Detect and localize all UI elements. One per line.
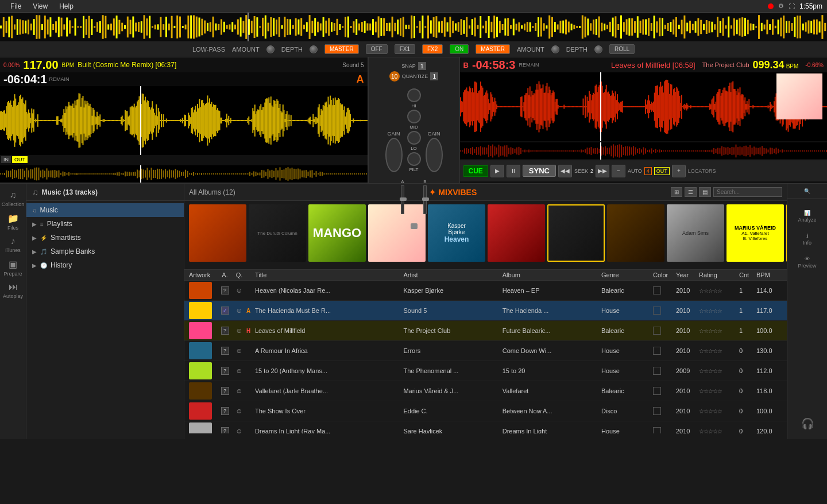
track-color-swatch[interactable]	[653, 387, 661, 395]
depth2-knob[interactable]	[594, 45, 602, 53]
album-10[interactable]: MARIUS VÅREID A1. Vallefaret B. Villefor…	[726, 204, 784, 262]
gain-a-knob[interactable]	[385, 138, 403, 172]
track-color-swatch[interactable]	[653, 427, 661, 433]
track-stars[interactable]: ☆☆☆☆☆	[699, 428, 722, 433]
album-8[interactable]	[607, 204, 664, 262]
track-color-swatch[interactable]	[653, 347, 661, 355]
track-color-swatch[interactable]	[653, 327, 661, 335]
files-btn[interactable]: 📁 Files	[3, 211, 24, 232]
track-check-a[interactable]: ✓	[221, 307, 229, 315]
menu-view[interactable]: View	[27, 1, 53, 11]
depth-knob[interactable]	[310, 45, 318, 53]
track-check-a[interactable]: ?	[221, 367, 229, 375]
track-stars[interactable]: ☆☆☆☆☆	[699, 328, 722, 334]
album-7[interactable]	[547, 204, 605, 262]
table-row[interactable]: ? ☺ A Rumour In Africa Errors Come Down …	[184, 341, 787, 361]
music-icon: ♫	[32, 207, 37, 214]
track-color-swatch[interactable]	[653, 286, 661, 294]
preview-btn[interactable]: 👁 Preview	[792, 252, 823, 273]
fullscreen-icon[interactable]: ⛶	[789, 3, 795, 10]
track-check-a[interactable]: ?	[221, 407, 229, 415]
track-stars[interactable]: ☆☆☆☆☆	[699, 308, 722, 314]
track-check-a[interactable]: ?	[221, 387, 229, 395]
album-5[interactable]: Kasper Bjørke Heaven	[428, 204, 485, 262]
off-btn[interactable]: OFF	[366, 44, 388, 54]
album-4[interactable]	[368, 204, 426, 262]
track-stars[interactable]: ☆☆☆☆☆	[699, 408, 722, 414]
master-btn-1[interactable]: MASTER	[324, 44, 359, 54]
play-btn-b[interactable]: ▶	[490, 165, 504, 177]
list-view-btn[interactable]: ☰	[685, 187, 697, 197]
amount-knob[interactable]	[266, 45, 275, 53]
autoplay-btn[interactable]: ⏭ Autoplay	[3, 280, 24, 301]
itunes-btn[interactable]: ♪ iTunes	[3, 234, 24, 255]
collection-btn[interactable]: ♫ Collection	[3, 188, 24, 209]
album-2[interactable]: The Durutti Column	[249, 204, 306, 262]
track-check-a[interactable]: ?	[221, 427, 229, 433]
lo-knob[interactable]	[407, 131, 421, 145]
roll-btn[interactable]: ROLL	[609, 44, 635, 54]
menu-help[interactable]: Help	[53, 1, 79, 11]
mid-knob[interactable]	[407, 110, 421, 123]
sidebar-item-smartlists[interactable]: ▶ ⚡ Smartlists	[26, 231, 184, 245]
on-btn[interactable]: ON	[450, 44, 469, 54]
gain-b-knob[interactable]	[426, 138, 443, 172]
table-row[interactable]: ✓ ☺ A The Hacienda Must Be R... Sound 5 …	[184, 301, 787, 321]
settings-icon[interactable]: ⚙	[778, 2, 784, 10]
loop-out-btn[interactable]: OUT	[12, 156, 28, 163]
sidebar-item-history[interactable]: ▶ 🕐 History	[26, 258, 184, 272]
quantize-circle[interactable]: 10	[389, 71, 400, 82]
album-6[interactable]	[488, 204, 545, 262]
table-row[interactable]: ? ☺ Vallefaret (Jarle Braathe... Marius …	[184, 381, 787, 401]
amount2-knob[interactable]	[551, 45, 559, 53]
track-stars[interactable]: ☆☆☆☆☆	[699, 288, 722, 294]
table-row[interactable]: ? ☺ 15 to 20 (Anthony Mans... The Phenom…	[184, 361, 787, 381]
headphones-btn[interactable]: 🎧	[801, 417, 814, 435]
track-stars[interactable]: ☆☆☆☆☆	[699, 348, 722, 354]
cue-btn-b[interactable]: CUE	[463, 165, 488, 177]
prepare-btn[interactable]: ▣ Prepare	[3, 257, 24, 278]
hi-knob[interactable]	[407, 88, 421, 102]
track-stars[interactable]: ☆☆☆☆☆	[699, 368, 722, 374]
info-btn[interactable]: ℹ Info	[792, 229, 823, 250]
track-color-swatch[interactable]	[653, 407, 661, 415]
pause-btn-b[interactable]: ⏸	[507, 165, 520, 177]
plus-btn-b[interactable]: +	[672, 165, 686, 177]
table-row[interactable]: ? ☺ H Leaves of Millfield The Project Cl…	[184, 321, 787, 341]
table-row[interactable]: ? ☺ The Show Is Over Eddie C. Between No…	[184, 401, 787, 421]
detail-view-btn[interactable]: ▤	[699, 187, 711, 197]
album-3[interactable]: MANGO	[308, 204, 366, 262]
track-color-swatch[interactable]	[653, 307, 661, 315]
analyze-btn[interactable]: 📊 Analyze	[792, 206, 823, 227]
search-input[interactable]	[713, 187, 782, 197]
sidebar-item-playlists[interactable]: ▶ ≡ Playlists	[26, 217, 184, 231]
sidebar-item-samplebanks[interactable]: ▶ 🎵 Sample Banks	[26, 245, 184, 258]
track-check-a[interactable]: ?	[221, 327, 229, 335]
table-row[interactable]: ? ☺ Heaven (Nicolas Jaar Re... Kasper Bj…	[184, 281, 787, 301]
fader-a[interactable]	[401, 185, 404, 214]
track-stars[interactable]: ☆☆☆☆☆	[699, 388, 722, 394]
track-check-a[interactable]: ?	[221, 347, 229, 355]
fader-b[interactable]	[423, 185, 427, 214]
fx1-btn[interactable]: FX1	[395, 44, 415, 54]
rewind-btn-b[interactable]: ◀◀	[558, 165, 572, 177]
forward-btn-b[interactable]: ▶▶	[596, 165, 609, 177]
track-color-swatch[interactable]	[653, 367, 661, 375]
grid-view-btn[interactable]: ⊞	[671, 187, 682, 197]
sidebar-item-music[interactable]: ♫ Music	[26, 203, 184, 217]
out-marker-b[interactable]: OUT	[654, 167, 670, 175]
menu-file[interactable]: File	[5, 1, 27, 11]
sync-btn-b[interactable]: SYNC	[523, 165, 556, 177]
filt-knob[interactable]	[407, 152, 421, 166]
depth2-label: DEPTH	[566, 46, 588, 53]
fx2-btn[interactable]: FX2	[422, 44, 443, 54]
master-btn-2[interactable]: MASTER	[476, 44, 510, 54]
album-9[interactable]: Adam Sims	[667, 204, 724, 262]
waveform-zoom-icon[interactable]: 🔍	[804, 188, 810, 194]
album-1[interactable]	[189, 204, 246, 262]
track-check-a[interactable]: ?	[221, 286, 229, 294]
table-row[interactable]: ? ☺ Dreams In Light (Ray Ma... Sare Havl…	[184, 421, 787, 433]
locator-num-b[interactable]: 4	[644, 167, 652, 175]
minus-btn-b[interactable]: −	[612, 165, 625, 177]
loop-in-btn[interactable]: IN	[1, 156, 11, 163]
